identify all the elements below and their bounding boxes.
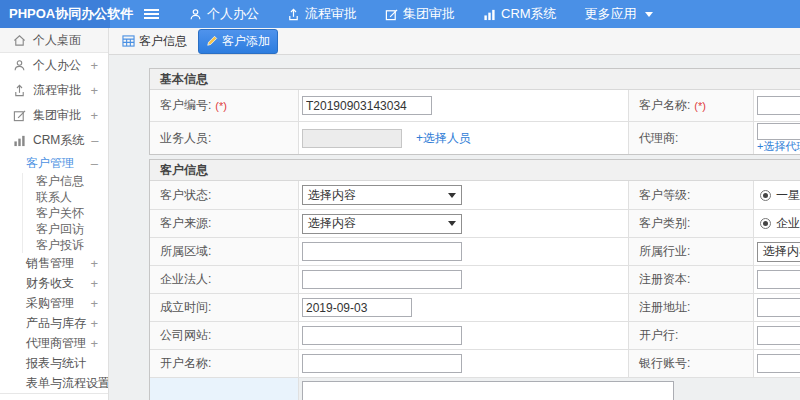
hamburger-icon — [144, 8, 159, 20]
sidebar-item-purchasing[interactable]: 采购管理 + — [0, 293, 108, 313]
home-icon — [13, 34, 26, 47]
app-logo: PHPOA协同办公软件 — [0, 0, 110, 28]
sidebar-item-customer-care[interactable]: 客户关怀 — [36, 205, 108, 221]
website-label: 公司网站: — [150, 322, 299, 349]
sidebar-item-finance[interactable]: 财务收支 + — [0, 273, 108, 293]
industry-label: 所属行业: — [629, 238, 754, 265]
person-icon — [13, 59, 26, 72]
agent-input[interactable] — [757, 123, 800, 140]
sidebar-item-admin-office[interactable]: 行政办公 + — [0, 393, 108, 400]
source-select[interactable]: 选择内容 — [302, 214, 462, 234]
process-icon — [287, 8, 300, 21]
founded-date-label: 成立时间: — [150, 294, 299, 321]
sidebar-item-crm[interactable]: CRM系统 – — [0, 128, 108, 153]
sidebar-item-customer-complaint[interactable]: 客户投诉 — [36, 237, 108, 253]
customer-info-panel: 客户信息 客户状态: 选择内容 客户等级: 一星级 — [149, 159, 800, 400]
sidebar-item-products-inventory[interactable]: 产品与库存 + — [0, 313, 108, 333]
agent-label: 代理商: — [629, 122, 754, 154]
nav-more-apps[interactable]: 更多应用 — [585, 5, 653, 23]
required-mark: (*) — [215, 100, 227, 112]
customer-info-section-title: 客户信息 — [150, 160, 800, 181]
category-option-label: 企业 — [776, 215, 800, 232]
grade-label: 客户等级: — [629, 181, 754, 209]
website-input[interactable] — [302, 326, 462, 345]
sidebar-item-agent-management[interactable]: 代理商管理 + — [0, 333, 108, 353]
select-agent-link[interactable]: +选择代理商 — [757, 140, 800, 153]
source-label: 客户来源: — [150, 210, 299, 237]
customer-name-label: 客户名称: (*) — [629, 90, 754, 121]
tab-customer-add[interactable]: 客户添加 — [198, 29, 278, 54]
sidebar: 个人桌面 个人办公 + 流程审批 + 集团审批 + — [0, 28, 109, 400]
region-input[interactable] — [302, 242, 462, 261]
basic-info-section-title: 基本信息 — [150, 69, 800, 90]
pencil-icon — [206, 35, 218, 47]
account-name-input[interactable] — [302, 354, 462, 373]
legal-person-input[interactable] — [302, 270, 462, 289]
menu-toggle-button[interactable] — [144, 0, 159, 28]
approve-icon — [385, 8, 398, 21]
category-label: 客户类别: — [629, 210, 754, 237]
tab-bar: 客户信息 客户添加 — [109, 28, 800, 55]
remark-textarea[interactable] — [302, 381, 674, 400]
tab-customer-info[interactable]: 客户信息 — [115, 30, 194, 53]
category-radio[interactable] — [760, 218, 771, 229]
sidebar-item-sales-management[interactable]: 销售管理 + — [0, 253, 108, 273]
sidebar-item-customer-management[interactable]: 客户管理 – — [0, 153, 108, 173]
industry-select[interactable]: 选择内容 — [757, 242, 800, 262]
basic-info-panel: 基本信息 客户编号: (*) 客户名称: (*) — [149, 68, 800, 155]
sidebar-item-process-approval[interactable]: 流程审批 + — [0, 78, 108, 103]
top-nav: 个人办公 流程审批 集团审批 CRM系统 更多应用 — [189, 0, 653, 28]
process-icon — [13, 84, 26, 97]
registered-capital-input[interactable] — [757, 270, 800, 289]
status-label: 客户状态: — [150, 181, 299, 209]
sidebar-item-desktop[interactable]: 个人桌面 — [0, 28, 108, 53]
account-name-label: 开户名称: — [150, 350, 299, 377]
caret-down-icon — [448, 193, 456, 198]
grade-radio[interactable] — [760, 190, 771, 201]
select-person-link[interactable]: +选择人员 — [416, 130, 471, 147]
remark-row — [150, 377, 800, 400]
customer-name-input[interactable] — [757, 96, 800, 115]
sidebar-item-customer-info[interactable]: 客户信息 — [36, 173, 108, 189]
nav-group-approval[interactable]: 集团审批 — [385, 5, 455, 23]
nav-process-approval[interactable]: 流程审批 — [287, 5, 357, 23]
bank-account-label: 银行账号: — [629, 350, 754, 377]
caret-down-icon — [448, 221, 456, 226]
customer-no-label: 客户编号: (*) — [150, 90, 299, 121]
approve-icon — [13, 109, 26, 122]
salesperson-label: 业务人员: — [150, 122, 299, 154]
registered-capital-label: 注册资本: — [629, 266, 754, 293]
sidebar-item-form-process-settings[interactable]: 表单与流程设置 + — [0, 373, 108, 393]
founded-date-input[interactable] — [302, 298, 412, 317]
chart-icon — [483, 8, 496, 21]
registered-address-label: 注册地址: — [629, 294, 754, 321]
caret-down-icon — [645, 12, 653, 17]
main-content: 客户信息 客户添加 基本信息 客户编号: (*) — [109, 28, 800, 400]
chart-icon — [13, 134, 26, 147]
sidebar-item-personal-office[interactable]: 个人办公 + — [0, 53, 108, 78]
legal-person-label: 企业法人: — [150, 266, 299, 293]
customer-submenu: 客户信息 联系人 客户关怀 客户回访 客户投诉 — [22, 173, 108, 253]
nav-personal-office[interactable]: 个人办公 — [189, 5, 259, 23]
region-label: 所属区域: — [150, 238, 299, 265]
bank-account-input[interactable] — [757, 354, 800, 373]
top-header: PHPOA协同办公软件 个人办公 流程审批 集团审批 — [0, 0, 800, 28]
grade-option-label: 一星级 — [776, 187, 800, 204]
sidebar-item-reports[interactable]: 报表与统计 — [0, 353, 108, 373]
customer-no-input[interactable] — [302, 96, 432, 115]
form-area: 基本信息 客户编号: (*) 客户名称: (*) — [109, 55, 800, 400]
status-select[interactable]: 选择内容 — [302, 185, 462, 205]
table-icon — [122, 35, 135, 47]
salesperson-input[interactable] — [302, 129, 402, 148]
sidebar-item-group-approval[interactable]: 集团审批 + — [0, 103, 108, 128]
required-mark: (*) — [694, 100, 706, 112]
person-icon — [189, 8, 202, 21]
bank-input[interactable] — [757, 326, 800, 345]
sidebar-item-contacts[interactable]: 联系人 — [36, 189, 108, 205]
nav-crm-system[interactable]: CRM系统 — [483, 5, 557, 23]
sidebar-item-customer-revisit[interactable]: 客户回访 — [36, 221, 108, 237]
bank-label: 开户行: — [629, 322, 754, 349]
remark-label-cell — [150, 378, 299, 400]
registered-address-input[interactable] — [757, 298, 800, 317]
